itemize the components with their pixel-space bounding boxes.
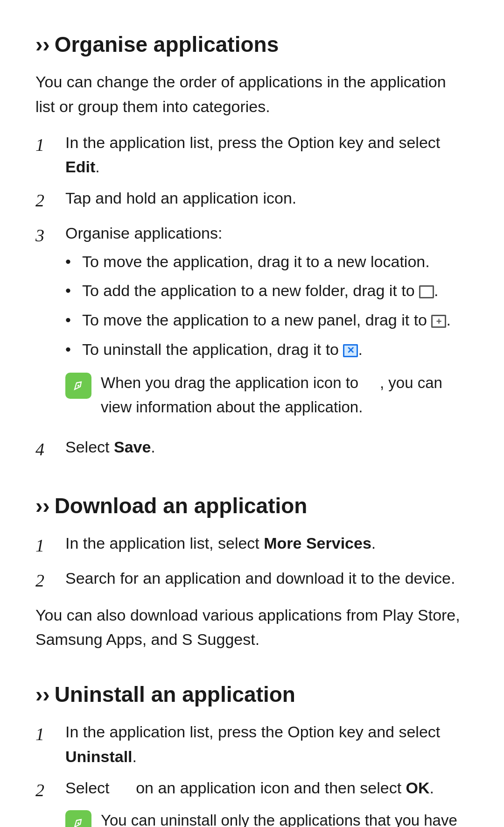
step-number-1: 1: [35, 130, 65, 159]
bullet-text-move: To move the application, drag it to a ne…: [82, 249, 469, 274]
bullet-move: • To move the application, drag it to a …: [65, 249, 469, 274]
step-uninstall-1: 1 In the application list, press the Opt…: [35, 720, 469, 769]
chevron-icon: ››: [35, 28, 50, 61]
section-title-text-download: Download an application: [55, 489, 308, 523]
svg-point-3: [77, 822, 79, 824]
section-title-text: Organise applications: [55, 28, 279, 61]
step-un-text-2: Select on an application icon and then s…: [65, 779, 434, 797]
step-organise-3: 3 Organise applications: • To move the a…: [35, 221, 469, 428]
section-intro-organise: You can change the order of applications…: [35, 70, 469, 119]
section-download: ›› Download an application 1 In the appl…: [35, 489, 469, 652]
step-dl-number-1: 1: [35, 531, 65, 559]
note-pencil-icon-2: [70, 815, 87, 827]
step-number-2: 2: [35, 186, 65, 214]
step-un-number-2: 2: [35, 776, 65, 804]
bullet-list-organise: • To move the application, drag it to a …: [65, 249, 469, 362]
step-download-2: 2 Search for an application and download…: [35, 566, 469, 594]
section-title-text-uninstall: Uninstall an application: [55, 678, 295, 711]
note-box-uninstall: You can uninstall only the applications …: [65, 808, 469, 827]
note-icon-organise: [65, 373, 91, 399]
folder-icon: [419, 285, 434, 298]
step-un-number-1: 1: [35, 720, 65, 748]
x-icon: ✕: [343, 344, 358, 357]
note-box-organise: When you drag the application icon to , …: [65, 371, 469, 418]
step-text-4: Select Save.: [65, 435, 469, 459]
bullet-text-folder: To add the application to a new folder, …: [82, 278, 469, 303]
chevron-icon-download: ››: [35, 489, 50, 523]
svg-point-1: [77, 385, 79, 387]
step-dl-number-2: 2: [35, 566, 65, 594]
note-text-organise: When you drag the application icon to , …: [101, 371, 469, 418]
step-text-3: Organise applications:: [65, 224, 222, 242]
bullet-dot-4: •: [65, 337, 75, 362]
section-title-download: ›› Download an application: [35, 489, 469, 523]
bullet-dot-3: •: [65, 308, 75, 332]
note-text-uninstall: You can uninstall only the applications …: [101, 808, 469, 827]
step-dl-text-1: In the application list, select More Ser…: [65, 531, 469, 556]
panel-icon: +: [431, 315, 446, 328]
section-uninstall: ›› Uninstall an application 1 In the app…: [35, 678, 469, 827]
bullet-text-panel: To move the application to a new panel, …: [82, 308, 469, 332]
step-organise-2: 2 Tap and hold an application icon.: [35, 186, 469, 214]
section-title-uninstall: ›› Uninstall an application: [35, 678, 469, 711]
bullet-text-uninstall-drag: To uninstall the application, drag it to…: [82, 337, 469, 362]
step-download-1: 1 In the application list, select More S…: [35, 531, 469, 559]
step-dl-text-2: Search for an application and download i…: [65, 566, 469, 591]
section-outro-download: You can also download various applicatio…: [35, 603, 469, 652]
section-organise: ›› Organise applications You can change …: [35, 28, 469, 463]
step-number-4: 4: [35, 435, 65, 463]
bullet-uninstall-drag: • To uninstall the application, drag it …: [65, 337, 469, 362]
section-title-organise: ›› Organise applications: [35, 28, 469, 61]
step-organise-4: 4 Select Save.: [35, 435, 469, 463]
chevron-icon-uninstall: ››: [35, 678, 50, 711]
note-pencil-icon: [70, 377, 87, 394]
bullet-dot-1: •: [65, 249, 75, 274]
step-un-text-1: In the application list, press the Optio…: [65, 720, 469, 769]
step-organise-1: 1 In the application list, press the Opt…: [35, 130, 469, 179]
bullet-dot-2: •: [65, 278, 75, 303]
page-content: ›› Organise applications You can change …: [35, 28, 469, 827]
step-text-2: Tap and hold an application icon.: [65, 186, 469, 211]
step-number-3: 3: [35, 221, 65, 249]
step-text-1: In the application list, press the Optio…: [65, 130, 469, 179]
step-uninstall-2: 2 Select on an application icon and then…: [35, 776, 469, 827]
bullet-panel: • To move the application to a new panel…: [65, 308, 469, 332]
bullet-folder: • To add the application to a new folder…: [65, 278, 469, 303]
note-icon-uninstall: [65, 810, 91, 827]
